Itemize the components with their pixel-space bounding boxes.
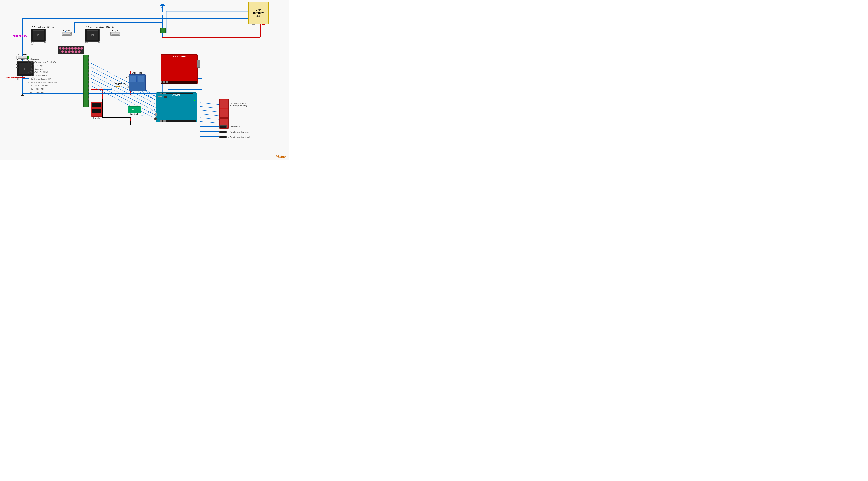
pin-8	[59, 47, 61, 50]
k3-symbol: ⊡	[24, 67, 27, 70]
digital-pins-top	[160, 93, 193, 94]
k2-pin-87	[45, 34, 46, 34]
bms-green-body	[83, 55, 89, 107]
gnd-label: GND	[160, 6, 164, 9]
battery-component: MAIN BATTERY 48V	[248, 2, 269, 24]
arduino-body: Arduino RESET ICSP ANALOG IN	[156, 92, 197, 122]
r1-band-4	[119, 86, 119, 87]
svg-line-22	[200, 110, 219, 112]
f3-element	[18, 56, 27, 59]
r1-band-1	[116, 86, 117, 87]
bms-conn-pin-8	[88, 84, 89, 85]
pin-3: →PIN 3 Sevcon Logic Supply 48V	[28, 61, 56, 63]
pin-12	[61, 51, 64, 53]
arduino-uno: Arduino RESET ICSP ANALOG IN	[156, 92, 197, 122]
db9-connector	[196, 60, 200, 68]
a-pin-4	[164, 120, 165, 122]
pack-temp-rear-sensor: ←Pack temperature (rear)	[219, 131, 227, 133]
bms-conn-pin-7	[88, 80, 89, 81]
pin-10: →PIN 10 12V Auxil-Perm	[28, 85, 49, 87]
bms-conn-pin-9	[88, 87, 89, 89]
chip-2	[92, 109, 101, 113]
a-pin-1	[160, 120, 161, 122]
cv-resistors	[220, 100, 228, 127]
d-pin-6	[166, 93, 167, 94]
battery-label: MAIN BATTERY 48V	[253, 8, 264, 18]
circuit-canvas: MAIN BATTERY 48V GND K2 Charge Relay 450…	[0, 0, 289, 160]
pin-10	[68, 51, 70, 53]
k1-pin-87	[99, 34, 101, 34]
pin-5	[68, 47, 70, 50]
f3-label: F3 (500A)	[16, 54, 29, 56]
pin-8: →PIN 8 Relay Charger 40A	[28, 78, 51, 80]
k2-pin-86	[45, 32, 46, 32]
k2-pin-labels: 87a86	[31, 42, 46, 43]
bms-conn-pin-12	[88, 98, 89, 100]
pack-current-label: ←Pack current	[228, 126, 240, 128]
battery-negative-terminal	[252, 24, 255, 25]
svg-line-57	[91, 63, 157, 97]
bluetooth-label: Bluetooth	[128, 113, 141, 115]
k1-relay-inner: ⊡	[87, 30, 98, 40]
connector-body	[58, 46, 84, 54]
d-pin-3	[163, 93, 163, 94]
reset-button[interactable]: RESET	[158, 96, 162, 97]
term-no	[128, 76, 129, 77]
charger-label: CHARGER 48V→	[13, 35, 29, 37]
k1-relay: K1 Sevcon Logic Supply 450V 10A ⊡ 87a86	[85, 26, 114, 43]
pin-11: →PIN 11 12V BMS	[28, 88, 44, 90]
pin-4	[71, 47, 73, 50]
songle-label: SONGLE	[134, 87, 140, 89]
bms-conn-pin-5	[88, 72, 89, 74]
pack-current-sensor: ←Pack current	[219, 125, 227, 128]
cv-annotation: ←Cell voltage probes(i.e. voltage divide…	[229, 103, 248, 107]
f2-element	[63, 33, 70, 35]
sparkfun-label: sparkfun	[162, 74, 164, 80]
pin-9: →PIN 9 Relay Sevcon Supply 10A	[28, 82, 57, 84]
f2-fuse: F2 (50A)	[62, 30, 72, 36]
power-jack	[154, 118, 157, 120]
r1-body	[115, 86, 126, 87]
3mw-label: 3MW Relais	[129, 72, 146, 74]
current-sensor-body	[219, 125, 227, 128]
k1-pin-86	[99, 32, 101, 32]
f3-body	[16, 56, 29, 59]
k1-relay-box: ⊡	[85, 29, 100, 42]
k2-symbol: ⊡	[37, 33, 39, 37]
bluetooth-module: HC-05 Bluetooth	[128, 106, 141, 115]
converter-12v-5v: 12V→5V	[91, 102, 102, 119]
svg-line-25	[200, 121, 219, 123]
bluetooth-text: HC-05	[132, 109, 136, 110]
k1-pin-85	[84, 32, 86, 32]
cv-r2	[220, 109, 228, 118]
term-nc	[128, 87, 129, 88]
bluetooth-body: HC-05	[128, 106, 141, 113]
r1-band-2	[117, 86, 117, 87]
bms-conn-pin-1	[88, 57, 89, 59]
a-pin-5	[165, 120, 166, 122]
sevcon-label: SEVCON 48V←	[4, 76, 19, 78]
k2-label: K2 Charge Relay 450V 40A	[31, 26, 54, 28]
r1-lead-right	[120, 87, 120, 87]
svg-line-21	[200, 106, 219, 108]
f3-fuse: F3 (500A)	[16, 54, 29, 59]
k1-label: K1 Sevcon Logic Supply 450V 10A	[85, 26, 114, 28]
k1-symbol: ⊡	[91, 33, 94, 37]
k3-pin-85	[16, 64, 18, 65]
bms-conn-pin-2	[88, 61, 89, 63]
k2-relay: K2 Charge Relay 450V 40A ⊡ 87a86 85	[31, 26, 54, 45]
f2-box	[62, 32, 72, 36]
k2-relay-inner: ⊡	[33, 30, 44, 40]
r1-bands	[116, 86, 120, 87]
pack-temp-rear-label: ←Pack temperature (rear)	[228, 131, 249, 133]
pin-5: →PIN 5 CAN-Low	[28, 68, 43, 70]
d-pin-4	[164, 93, 165, 94]
temp-rear-body	[219, 131, 227, 133]
f2-label: F2 (50A)	[62, 30, 72, 32]
relay-coil-1	[130, 75, 137, 82]
r1-label: R1 470Ω ±5%	[115, 83, 126, 86]
usb-connector	[155, 113, 157, 116]
f3-left-terminal	[16, 56, 18, 59]
pin-7b	[78, 51, 81, 53]
cell-voltage-board: ←Cell voltage probes(i.e. voltage divide…	[219, 99, 229, 129]
